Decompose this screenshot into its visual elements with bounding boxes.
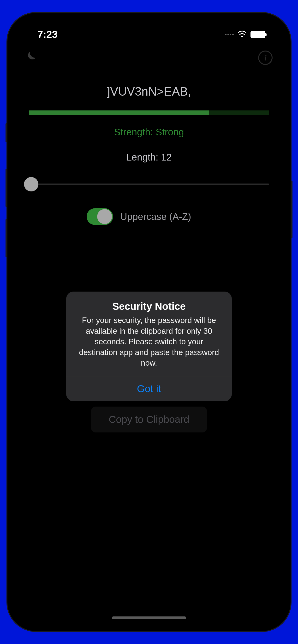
security-alert: Security Notice For your security, the p… — [66, 292, 232, 401]
info-icon[interactable]: i — [258, 50, 272, 65]
slider-thumb[interactable] — [24, 177, 38, 192]
alert-message: For your security, the password will be … — [73, 315, 225, 368]
battery-icon — [250, 31, 265, 38]
wifi-icon — [237, 29, 247, 40]
device-power-button — [290, 181, 292, 238]
uppercase-toggle-row: Uppercase (A-Z) — [87, 208, 191, 225]
alert-confirm-button[interactable]: Got it — [66, 376, 232, 401]
toggle-knob — [97, 209, 112, 224]
alert-body: Security Notice For your security, the p… — [66, 292, 232, 376]
copy-button[interactable]: Copy to Clipboard — [91, 406, 207, 432]
password-output: ]VUV3nN>EAB, — [107, 84, 191, 98]
cellular-dots-icon — [225, 34, 234, 35]
device-volume-down — [6, 219, 8, 257]
app-top-bar: i — [14, 48, 284, 75]
status-bar: 7:23 — [14, 19, 284, 48]
strength-label: Strength: Strong — [114, 127, 184, 138]
uppercase-toggle[interactable] — [87, 208, 113, 225]
device-mute-switch — [6, 123, 8, 142]
status-time: 7:23 — [37, 29, 58, 40]
length-slider[interactable] — [29, 177, 269, 192]
dark-mode-icon[interactable] — [23, 50, 37, 66]
home-indicator[interactable] — [112, 616, 186, 619]
device-frame: 7:23 i ]VUV3nN>EAB, Strength: — [8, 13, 290, 631]
length-label: Length: 12 — [126, 152, 172, 163]
alert-title: Security Notice — [73, 301, 225, 312]
status-icons — [225, 29, 265, 40]
strength-bar-fill — [29, 110, 209, 115]
device-screen: 7:23 i ]VUV3nN>EAB, Strength: — [14, 19, 284, 625]
slider-track — [29, 184, 269, 185]
uppercase-toggle-label: Uppercase (A-Z) — [120, 211, 191, 222]
device-volume-up — [6, 169, 8, 207]
strength-bar — [29, 110, 269, 115]
